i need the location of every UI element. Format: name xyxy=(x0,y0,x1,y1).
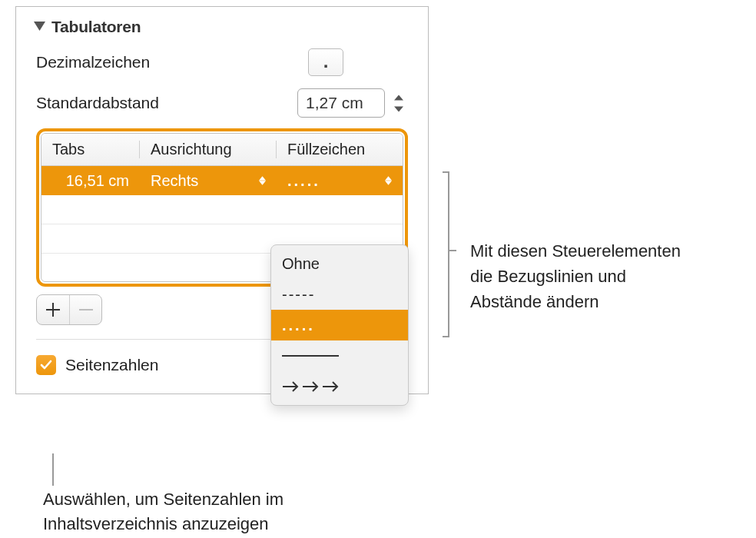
default-spacing-field[interactable]: 1,27 cm xyxy=(297,88,385,118)
col-header-tabs[interactable]: Tabs xyxy=(41,141,140,158)
leader-option-none[interactable]: Ohne xyxy=(271,248,408,279)
table-header-row: Tabs Ausrichtung Füllzeichen xyxy=(41,134,403,166)
underline-icon xyxy=(282,355,339,357)
stepper-up-icon[interactable] xyxy=(390,91,408,103)
callout-line: die Bezugslinien und xyxy=(470,264,681,289)
callout-bracket-icon xyxy=(441,171,459,338)
svg-marker-2 xyxy=(394,106,403,111)
table-row[interactable] xyxy=(41,195,403,224)
table-row[interactable]: 16,51 cm Rechts ..... xyxy=(41,166,403,195)
col-header-alignment[interactable]: Ausrichtung xyxy=(140,141,277,158)
callout-text-controls: Mit diesen Steuerelementen die Bezugslin… xyxy=(470,238,681,314)
popup-arrows-icon xyxy=(385,176,392,185)
add-button[interactable] xyxy=(37,295,69,324)
svg-marker-0 xyxy=(34,22,45,31)
disclosure-triangle-icon[interactable] xyxy=(33,21,45,33)
col-header-leader[interactable]: Füllzeichen xyxy=(277,141,403,158)
default-spacing-label: Standardabstand xyxy=(36,94,159,112)
cell-alignment-popup[interactable]: Rechts xyxy=(140,172,277,190)
svg-rect-7 xyxy=(79,309,93,311)
leader-option-dashes[interactable]: ----- xyxy=(271,279,408,310)
decimal-char-row: Dezimalzeichen . xyxy=(16,44,428,84)
callout-line: Inhaltsverzeichnis anzuzeigen xyxy=(43,512,284,536)
cell-position[interactable]: 16,51 cm xyxy=(41,172,140,190)
cell-leader-value: ..... xyxy=(287,172,320,190)
section-title: Tabulatoren xyxy=(51,18,141,36)
stepper-buttons xyxy=(390,91,408,115)
stepper-down-icon[interactable] xyxy=(390,103,408,115)
default-spacing-row: Standardabstand 1,27 cm xyxy=(16,84,428,127)
callout-line: Auswählen, um Seitenzahlen im xyxy=(43,487,284,512)
remove-button[interactable] xyxy=(69,295,101,324)
segmented-buttons xyxy=(36,294,102,325)
page-numbers-checkbox[interactable] xyxy=(36,355,56,375)
section-header[interactable]: Tabulatoren xyxy=(16,7,428,44)
arrows-icon xyxy=(282,380,342,393)
cell-alignment-value: Rechts xyxy=(151,172,198,190)
minus-icon xyxy=(79,303,93,317)
default-spacing-stepper: 1,27 cm xyxy=(297,88,408,118)
decimal-char-label: Dezimalzeichen xyxy=(36,53,150,71)
leader-option-arrows[interactable] xyxy=(271,371,408,402)
cell-leader-popup[interactable]: ..... xyxy=(277,172,403,190)
svg-marker-6 xyxy=(385,181,392,184)
svg-marker-5 xyxy=(385,176,392,180)
leader-option-dots[interactable]: ..... xyxy=(271,310,408,340)
svg-marker-3 xyxy=(259,176,266,180)
plus-icon xyxy=(46,303,60,317)
leader-dropdown: Ohne ----- ..... xyxy=(270,244,409,406)
decimal-char-field[interactable]: . xyxy=(308,48,343,76)
callout-line: Mit diesen Steuerelementen xyxy=(470,238,681,264)
svg-marker-4 xyxy=(259,181,266,184)
checkmark-icon xyxy=(39,358,53,372)
popup-arrows-icon xyxy=(259,176,266,185)
callout-connector-line-icon xyxy=(52,453,54,486)
leader-option-underline[interactable] xyxy=(271,340,408,371)
callout-text-pagenumbers: Auswählen, um Seitenzahlen im Inhaltsver… xyxy=(43,487,284,536)
callout-line: Abstände ändern xyxy=(470,289,681,314)
page-numbers-label: Seitenzahlen xyxy=(65,356,158,374)
svg-marker-1 xyxy=(394,95,403,100)
